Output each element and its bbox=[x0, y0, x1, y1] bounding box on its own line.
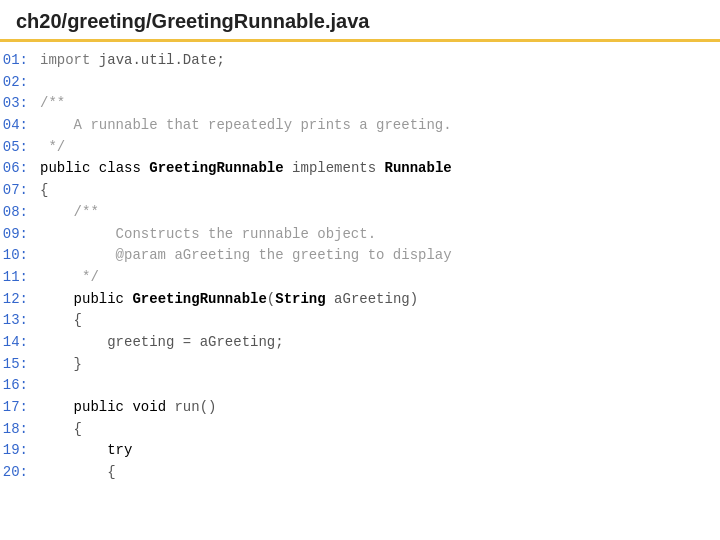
code-line: 06:public class GreetingRunnable impleme… bbox=[0, 158, 720, 180]
code-token bbox=[40, 442, 107, 458]
line-number: 18: bbox=[0, 419, 40, 441]
line-number: 14: bbox=[0, 332, 40, 354]
code-line: 18: { bbox=[0, 419, 720, 441]
code-token: /** bbox=[40, 95, 65, 111]
line-content: } bbox=[40, 354, 82, 376]
code-line: 08: /** bbox=[0, 202, 720, 224]
line-number: 06: bbox=[0, 158, 40, 180]
code-line: 10: @param aGreeting the greeting to dis… bbox=[0, 245, 720, 267]
line-content: @param aGreeting the greeting to display bbox=[40, 245, 452, 267]
code-token: } bbox=[40, 356, 82, 372]
line-number: 10: bbox=[0, 245, 40, 267]
code-token: Runnable bbox=[385, 160, 452, 176]
line-content: */ bbox=[40, 267, 99, 289]
line-number: 08: bbox=[0, 202, 40, 224]
code-token: { bbox=[40, 421, 82, 437]
code-token: greeting = aGreeting; bbox=[40, 334, 284, 350]
code-token: { bbox=[40, 312, 82, 328]
code-token: try bbox=[107, 442, 132, 458]
code-token: public bbox=[74, 291, 124, 307]
code-line: 16: bbox=[0, 375, 720, 397]
line-content: { bbox=[40, 310, 82, 332]
line-number: 01: bbox=[0, 50, 40, 72]
line-number: 13: bbox=[0, 310, 40, 332]
code-line: 04: A runnable that repeatedly prints a … bbox=[0, 115, 720, 137]
code-token: void bbox=[132, 399, 166, 415]
code-token: implements bbox=[284, 160, 385, 176]
line-content: { bbox=[40, 419, 82, 441]
code-token: GreetingRunnable bbox=[149, 160, 283, 176]
code-line: 19: try bbox=[0, 440, 720, 462]
code-token: aGreeting) bbox=[326, 291, 418, 307]
line-number: 09: bbox=[0, 224, 40, 246]
code-token: public bbox=[74, 399, 124, 415]
code-line: 12: public GreetingRunnable(String aGree… bbox=[0, 289, 720, 311]
code-line: 20: { bbox=[0, 462, 720, 484]
line-content: public void run() bbox=[40, 397, 216, 419]
code-token: */ bbox=[40, 269, 99, 285]
code-token: /** bbox=[40, 204, 99, 220]
code-token: Constructs the runnable object. bbox=[40, 226, 376, 242]
code-token bbox=[90, 160, 98, 176]
code-line: 02: bbox=[0, 72, 720, 94]
code-area: 01:import java.util.Date;02:03:/**04: A … bbox=[0, 42, 720, 492]
line-content: public class GreetingRunnable implements… bbox=[40, 158, 452, 180]
line-content: Constructs the runnable object. bbox=[40, 224, 376, 246]
code-token: java.util.Date; bbox=[90, 52, 224, 68]
code-token bbox=[40, 291, 74, 307]
code-token: String bbox=[275, 291, 325, 307]
code-line: 09: Constructs the runnable object. bbox=[0, 224, 720, 246]
line-content: /** bbox=[40, 93, 65, 115]
code-token: { bbox=[40, 182, 48, 198]
code-token: @param aGreeting the greeting to display bbox=[40, 247, 452, 263]
line-number: 12: bbox=[0, 289, 40, 311]
line-content: greeting = aGreeting; bbox=[40, 332, 284, 354]
line-number: 07: bbox=[0, 180, 40, 202]
code-token: import bbox=[40, 52, 90, 68]
code-line: 03:/** bbox=[0, 93, 720, 115]
code-token: */ bbox=[40, 139, 65, 155]
line-content: */ bbox=[40, 137, 65, 159]
line-content: /** bbox=[40, 202, 99, 224]
code-token: ( bbox=[267, 291, 275, 307]
code-token: GreetingRunnable bbox=[132, 291, 266, 307]
line-content: A runnable that repeatedly prints a gree… bbox=[40, 115, 452, 137]
line-content: try bbox=[40, 440, 132, 462]
code-line: 11: */ bbox=[0, 267, 720, 289]
line-number: 19: bbox=[0, 440, 40, 462]
code-line: 14: greeting = aGreeting; bbox=[0, 332, 720, 354]
line-content: { bbox=[40, 180, 48, 202]
code-token: class bbox=[99, 160, 141, 176]
code-token: public bbox=[40, 160, 90, 176]
code-token: run() bbox=[166, 399, 216, 415]
code-line: 13: { bbox=[0, 310, 720, 332]
line-number: 15: bbox=[0, 354, 40, 376]
line-number: 04: bbox=[0, 115, 40, 137]
line-number: 17: bbox=[0, 397, 40, 419]
code-line: 07:{ bbox=[0, 180, 720, 202]
line-number: 05: bbox=[0, 137, 40, 159]
code-line: 01:import java.util.Date; bbox=[0, 50, 720, 72]
line-content: import java.util.Date; bbox=[40, 50, 225, 72]
code-line: 17: public void run() bbox=[0, 397, 720, 419]
code-line: 05: */ bbox=[0, 137, 720, 159]
line-content: public GreetingRunnable(String aGreeting… bbox=[40, 289, 418, 311]
line-content: { bbox=[40, 462, 116, 484]
code-token bbox=[141, 160, 149, 176]
code-token: { bbox=[40, 464, 116, 480]
page-title: ch20/greeting/GreetingRunnable.java bbox=[16, 10, 704, 33]
code-line: 15: } bbox=[0, 354, 720, 376]
line-number: 11: bbox=[0, 267, 40, 289]
line-number: 16: bbox=[0, 375, 40, 397]
title-bar: ch20/greeting/GreetingRunnable.java bbox=[0, 0, 720, 42]
code-token bbox=[40, 399, 74, 415]
line-number: 02: bbox=[0, 72, 40, 94]
code-token: A runnable that repeatedly prints a gree… bbox=[40, 117, 452, 133]
line-number: 20: bbox=[0, 462, 40, 484]
line-number: 03: bbox=[0, 93, 40, 115]
